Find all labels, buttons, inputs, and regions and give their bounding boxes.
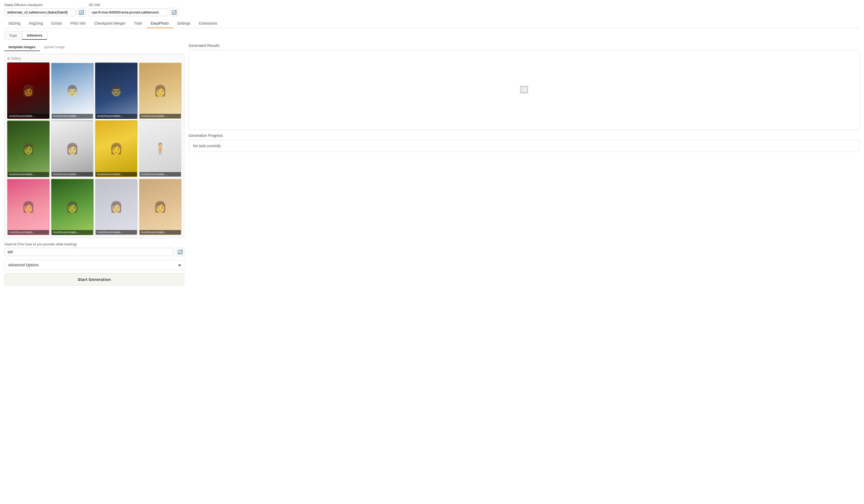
gallery-item[interactable]: 👩 /root/zhoumo/stable-... — [51, 179, 94, 235]
gallery-item[interactable]: 👩 /root/zhoumo/stable-... — [7, 179, 49, 235]
generated-results-label: Generated Results — [189, 44, 860, 48]
tab-template-images[interactable]: template images — [4, 44, 40, 51]
subtab-inference[interactable]: Inference — [22, 31, 47, 40]
refresh-icon: 🔄 — [79, 10, 84, 15]
checkpoint-refresh-button[interactable]: 🔄 — [77, 8, 86, 16]
gallery-item[interactable]: 👨 /root/zhoumo/stable-... — [95, 62, 137, 119]
gallery-label: ⊞ Gallery — [7, 57, 181, 60]
checkpoint-label: Stable Diffusion checkpoint — [4, 3, 86, 7]
tab-txt2img[interactable]: txt2img — [4, 19, 25, 28]
subtab-train[interactable]: Train — [4, 31, 22, 40]
gallery-grid: 👩 /root/zhoumo/stable-... 👨 /root/zhoumo… — [7, 62, 181, 235]
gallery-item[interactable]: 👩 /root/zhoumo/stable-... — [7, 121, 49, 177]
collapse-icon: ◀ — [178, 263, 180, 267]
progress-text: No task currently — [193, 144, 221, 148]
image-placeholder-icon: 🖼 — [519, 84, 529, 96]
sub-tabs: Train Inference — [4, 31, 860, 40]
gallery-icon: ⊞ — [7, 57, 10, 60]
progress-box: No task currently — [189, 140, 860, 152]
gallery-item[interactable]: 👩 /root/zhoumo/stable-... — [95, 121, 137, 177]
gallery-item[interactable]: 👩 /root/zhoumo/stable-... — [7, 62, 49, 119]
tab-upload-image[interactable]: upload image — [40, 44, 69, 51]
start-generation-button[interactable]: Start Generation — [4, 273, 184, 286]
tab-easyphoto[interactable]: EasyPhoto — [146, 19, 173, 28]
user-id-label: Used id (The User id you provide while t… — [4, 242, 184, 246]
advanced-options-toggle[interactable]: Advanced Options ◀ — [4, 260, 184, 270]
checkpoint-select[interactable]: deliberate_v2.safetensors [9aba26abdf] — [4, 9, 75, 16]
tab-settings[interactable]: Settings — [173, 19, 195, 28]
tab-checkpoint-merger[interactable]: Checkpoint Merger — [90, 19, 130, 28]
user-id-select[interactable]: lyf2 — [4, 248, 174, 256]
generated-image-box: 🖼 — [189, 50, 860, 130]
gallery-item[interactable]: 👨 /root/zhoumo/stable-... — [51, 62, 94, 119]
gallery-item[interactable]: 👩 /root/zhoumo/stable-... — [95, 179, 137, 235]
tab-train[interactable]: Train — [130, 19, 146, 28]
tab-extras[interactable]: Extras — [47, 19, 66, 28]
vae-refresh-button[interactable]: 🔄 — [170, 8, 178, 16]
gallery-container: ⊞ Gallery 👩 /root/zhoumo/stable-... 👨 /r… — [4, 54, 184, 238]
vae-select[interactable]: vae-ft-mse-840000-ema-pruned.safetensors — [89, 9, 168, 16]
refresh-icon-3: 🔄 — [178, 249, 183, 254]
user-id-section: Used id (The User id you provide while t… — [4, 242, 184, 256]
generation-progress-label: Generation Progress — [189, 133, 860, 138]
tab-img2img[interactable]: img2img — [25, 19, 47, 28]
gallery-item[interactable]: 🧍 /root/zhoumo/stable-... — [139, 121, 181, 177]
tab-extensions[interactable]: Extensions — [195, 19, 221, 28]
refresh-icon-2: 🔄 — [171, 10, 177, 15]
tab-png-info[interactable]: PNG Info — [66, 19, 90, 28]
gallery-item[interactable]: 👩 /root/zhoumo/stable-... — [51, 121, 94, 177]
gallery-item[interactable]: 👩 /root/zhoumo/stable-... — [139, 62, 181, 119]
gallery-item[interactable]: 👩 /root/zhoumo/stable-... — [139, 179, 181, 235]
nav-tabs: txt2img img2img Extras PNG Info Checkpoi… — [4, 19, 860, 28]
vae-label: SD VAE — [89, 3, 178, 7]
advanced-options-label: Advanced Options — [8, 263, 38, 267]
template-upload-tabs: template images upload image — [4, 44, 184, 51]
user-id-refresh-button[interactable]: 🔄 — [176, 248, 184, 256]
